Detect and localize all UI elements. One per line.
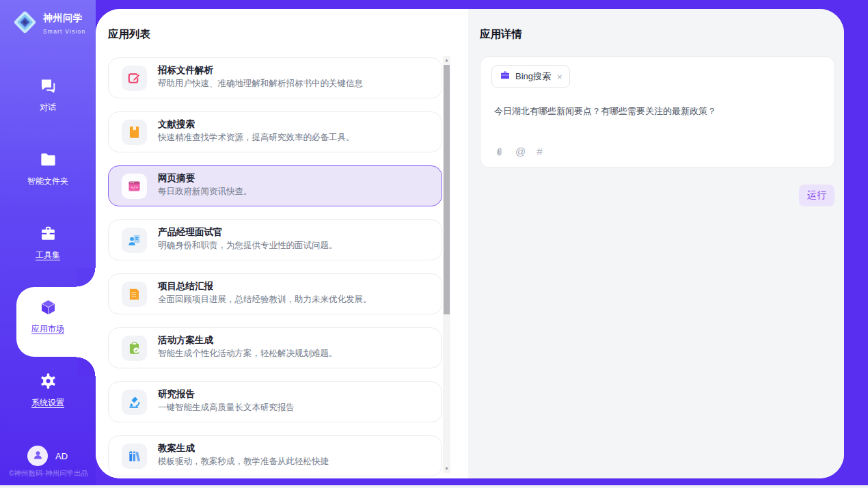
app-card-desc: 帮助用户快速、准确地理解和解析招标书中的关键信息 [158, 78, 363, 90]
brand-tagline: Smart Vision [43, 28, 85, 35]
diamond-logo-icon [12, 10, 38, 38]
tool-tag-label: Bing搜索 [515, 70, 551, 83]
app-card[interactable]: 研究报告 一键智能生成高质量长文本研究报告 [108, 381, 442, 422]
app-detail-panel: 应用详情 Bing搜索 × 今日湖北有哪些新闻要点？有哪些需要关注的最新政策？ [468, 9, 844, 478]
copyright-text: ©神州数码·神州问学出品 [3, 469, 94, 478]
person-icon [32, 449, 44, 463]
app-card-desc: 一键智能生成高质量长文本研究报告 [158, 402, 295, 414]
bubble-fillet-bottom [77, 357, 96, 376]
sidebar: 神州问学 Smart Vision 对话 智能文件夹 工具集 应用市场 系统设置 [0, 0, 96, 485]
bubble-fillet-top [77, 268, 96, 287]
app-card[interactable]: 文献搜索 快速精准查找学术资源，提高研究效率的必备工具。 [108, 111, 442, 152]
app-card-title: 活动方案生成 [158, 334, 213, 347]
folder-icon [39, 150, 57, 169]
scroll-down-icon[interactable]: ▼ [443, 465, 450, 473]
tag-close-icon[interactable]: × [557, 72, 562, 81]
browser-code-icon: </> [122, 174, 147, 199]
app-card-desc: 明确身份和职责，为您提供专业性的面试问题。 [158, 240, 338, 252]
app-card[interactable]: 活动方案生成 智能生成个性化活动方案，轻松解决规划难题。 [108, 327, 442, 368]
summary-doc-icon [122, 282, 147, 307]
microscope-icon [122, 390, 147, 415]
app-card-desc: 智能生成个性化活动方案，轻松解决规划难题。 [158, 348, 338, 360]
books-icon [122, 444, 147, 469]
gear-icon [39, 372, 57, 390]
toolbox-icon [39, 224, 57, 243]
edit-doc-icon [122, 66, 147, 91]
svg-text:</>: </> [131, 185, 138, 189]
scrollbar-thumb[interactable] [444, 65, 450, 314]
app-card-list: 招标文件解析 帮助用户快速、准确地理解和解析招标书中的关键信息 文献搜索 快速精… [108, 57, 442, 476]
app-card[interactable]: 产品经理面试官 明确身份和职责，为您提供专业性的面试问题。 [108, 219, 442, 260]
book-icon [122, 120, 147, 145]
app-card-title: 产品经理面试官 [158, 226, 223, 239]
sidebar-item-chat[interactable]: 对话 [0, 77, 96, 113]
app-card-title: 文献搜索 [158, 118, 195, 131]
sidebar-item-label: 智能文件夹 [0, 176, 96, 187]
tool-tag-bing[interactable]: Bing搜索 × [491, 65, 570, 88]
main-content: 应用列表 招标文件解析 帮助用户快速、准确地理解和解析招标书中的关键信息 文献搜… [96, 9, 844, 478]
sidebar-item-system-settings[interactable]: 系统设置 [0, 372, 96, 409]
clipboard-check-icon [122, 336, 147, 361]
app-window: 神州问学 Smart Vision 对话 智能文件夹 工具集 应用市场 系统设置 [0, 0, 868, 488]
user-initials: AD [55, 451, 68, 461]
scroll-up-icon[interactable]: ▲ [443, 56, 450, 64]
app-card-title: 网页摘要 [158, 172, 195, 185]
app-card-desc: 每日政府新闻资讯快查。 [158, 186, 252, 198]
app-card-title: 招标文件解析 [158, 64, 213, 77]
app-detail-title: 应用详情 [480, 27, 522, 42]
app-card[interactable]: 教案生成 模板驱动，教案秒成，教学准备从此轻松快捷 [108, 435, 442, 476]
sidebar-item-label: 系统设置 [0, 397, 96, 409]
user-row: AD [27, 446, 68, 466]
query-textarea[interactable]: 今日湖北有哪些新闻要点？有哪些需要关注的最新政策？ [494, 105, 821, 118]
at-icon[interactable]: @ [515, 146, 526, 158]
app-card-title: 项目总结汇报 [158, 280, 213, 293]
app-list-panel: 应用列表 招标文件解析 帮助用户快速、准确地理解和解析招标书中的关键信息 文献搜… [96, 9, 468, 478]
sidebar-item-toolset[interactable]: 工具集 [0, 224, 96, 261]
interviewer-icon [122, 228, 147, 253]
sidebar-item-app-market[interactable]: 应用市场 [0, 298, 96, 335]
chat-icon [39, 77, 57, 95]
app-card-desc: 全面回顾项目进展，总结经验教训，助力未来优化发展。 [158, 294, 372, 306]
purple-frame: 神州问学 Smart Vision 对话 智能文件夹 工具集 应用市场 系统设置 [0, 0, 868, 485]
app-card-title: 教案生成 [158, 442, 195, 455]
avatar[interactable] [27, 446, 48, 466]
app-card[interactable]: </> 网页摘要 每日政府新闻资讯快查。 [108, 165, 442, 206]
scrollbar[interactable]: ▲ ▼ [443, 56, 450, 473]
sidebar-item-label: 工具集 [0, 249, 96, 261]
sidebar-item-label: 对话 [0, 102, 96, 113]
attachment-toolbar: @ # [494, 146, 543, 158]
run-button[interactable]: 运行 [799, 185, 835, 206]
app-list-title: 应用列表 [108, 27, 150, 42]
briefcase-icon [500, 70, 511, 83]
sidebar-item-smart-folder[interactable]: 智能文件夹 [0, 150, 96, 187]
app-card-desc: 快速精准查找学术资源，提高研究效率的必备工具。 [158, 132, 355, 144]
paperclip-icon[interactable] [494, 146, 504, 158]
cube-icon [39, 298, 57, 316]
app-card-desc: 模板驱动，教案秒成，教学准备从此轻松快捷 [158, 456, 329, 467]
app-card[interactable]: 招标文件解析 帮助用户快速、准确地理解和解析招标书中的关键信息 [108, 57, 442, 98]
brand-logo: 神州问学 Smart Vision [12, 10, 96, 38]
sidebar-item-label: 应用市场 [0, 323, 96, 335]
prompt-input-card[interactable]: Bing搜索 × 今日湖北有哪些新闻要点？有哪些需要关注的最新政策？ @ # [480, 56, 835, 168]
hash-icon[interactable]: # [537, 146, 542, 158]
app-card-title: 研究报告 [158, 388, 195, 401]
app-card[interactable]: 项目总结汇报 全面回顾项目进展，总结经验教训，助力未来优化发展。 [108, 273, 442, 314]
brand-name: 神州问学 [43, 12, 83, 23]
